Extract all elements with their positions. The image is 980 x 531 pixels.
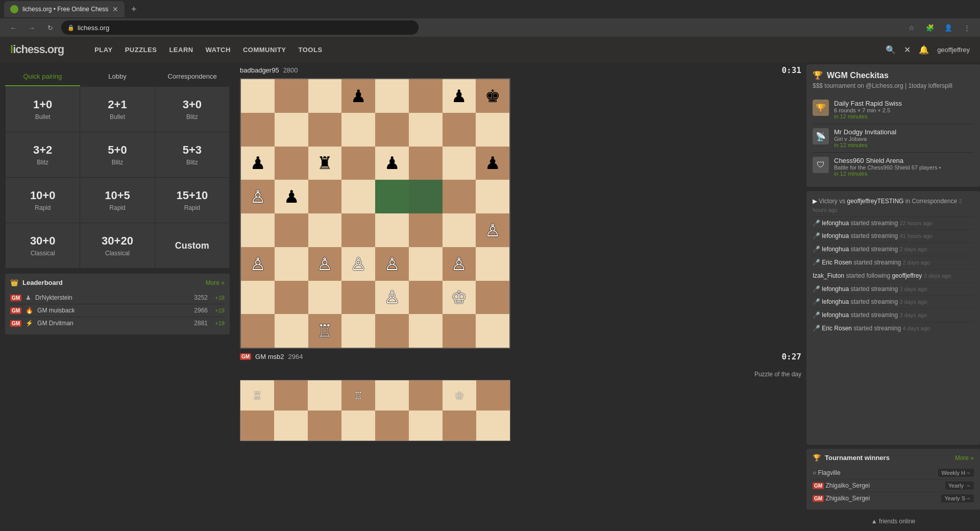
pairing-10-0[interactable]: 10+0Rapid — [6, 178, 80, 223]
square-2-1[interactable] — [275, 147, 308, 180]
square-3-7[interactable] — [476, 180, 509, 213]
square-0-4[interactable] — [375, 79, 409, 113]
nav-watch[interactable]: WATCH — [201, 43, 236, 57]
player-name-2[interactable]: GM muisback — [37, 307, 183, 314]
square-1-2[interactable] — [308, 113, 342, 147]
square-0-0[interactable] — [241, 79, 275, 113]
nav-community[interactable]: COMMUNITY — [238, 43, 291, 57]
pairing-30-20[interactable]: 30+20Classical — [80, 223, 154, 268]
leaderboard-more[interactable]: More » — [206, 279, 225, 286]
tab-close-button[interactable]: ✕ — [112, 5, 118, 13]
square-3-4[interactable] — [375, 180, 409, 213]
reload-button[interactable]: ↻ — [43, 20, 57, 35]
square-0-3[interactable]: ♟ — [341, 79, 375, 113]
square-5-1[interactable] — [275, 247, 308, 281]
square-3-3[interactable] — [341, 180, 375, 213]
square-6-4[interactable]: ♙ — [375, 281, 409, 315]
active-tab[interactable]: lichess.org • Free Online Chess ✕ — [4, 1, 125, 17]
square-2-3[interactable] — [341, 147, 375, 180]
square-4-2[interactable] — [308, 213, 342, 247]
pairing-5-3[interactable]: 5+3Blitz — [155, 132, 229, 177]
pairing-30-0[interactable]: 30+0Classical — [6, 223, 80, 268]
notification-icon[interactable]: 🔔 — [919, 45, 929, 55]
square-5-0[interactable]: ♙ — [241, 247, 275, 281]
square-3-0[interactable]: ♙ — [241, 180, 275, 213]
square-1-5[interactable] — [409, 113, 443, 147]
square-2-4[interactable]: ♟ — [375, 147, 409, 180]
pairing-15-10[interactable]: 15+10Rapid — [155, 178, 229, 223]
tournament-item-2[interactable]: 📡 Mr Dodgy Invitational Giri v Jobava in… — [813, 124, 974, 153]
square-6-5[interactable] — [409, 281, 443, 315]
square-5-2[interactable]: ♙ — [308, 247, 342, 281]
tab-lobby[interactable]: Lobby — [80, 67, 155, 86]
extensions-icon[interactable]: 🧩 — [923, 20, 937, 35]
square-7-0[interactable] — [241, 314, 275, 348]
menu-icon[interactable]: ⋮ — [960, 20, 974, 35]
square-1-0[interactable] — [241, 113, 275, 147]
winner-name-1[interactable]: ○ Flagville — [813, 469, 841, 476]
square-2-7[interactable]: ♟ — [476, 147, 509, 180]
username[interactable]: geoffjeffrey — [937, 46, 970, 54]
square-0-6[interactable]: ♟ — [443, 79, 476, 113]
square-7-1[interactable] — [275, 314, 308, 348]
bookmark-icon[interactable]: ☆ — [904, 20, 919, 35]
leaderboard-row-2[interactable]: GM 🔥 GM muisback 2966 +19 — [10, 304, 225, 317]
square-7-4[interactable] — [375, 314, 409, 348]
winner-name-2[interactable]: GM Zhigalko_Sergei — [813, 482, 870, 489]
square-7-3[interactable] — [341, 314, 375, 348]
logo[interactable]: lichess.org — [10, 43, 64, 56]
search-icon[interactable]: 🔍 — [886, 45, 896, 55]
square-5-4[interactable]: ♙ — [375, 247, 409, 281]
forward-button[interactable]: → — [24, 20, 39, 35]
profile-icon[interactable]: 👤 — [941, 20, 955, 35]
square-2-6[interactable] — [443, 147, 476, 180]
new-tab-button[interactable]: + — [127, 2, 141, 16]
square-4-6[interactable] — [443, 213, 476, 247]
square-6-7[interactable] — [476, 281, 509, 315]
square-5-7[interactable] — [476, 247, 509, 281]
nav-play[interactable]: PLAY — [89, 43, 117, 57]
pairing-custom[interactable]: Custom — [155, 223, 229, 268]
tournament-item-3[interactable]: 🛡 Chess960 Shield Arena Battle for the C… — [813, 153, 974, 181]
square-4-1[interactable] — [275, 213, 308, 247]
square-4-7[interactable]: ♙ — [476, 213, 509, 247]
square-5-5[interactable] — [409, 247, 443, 281]
back-button[interactable]: ← — [6, 20, 20, 35]
square-4-0[interactable] — [241, 213, 275, 247]
square-5-6[interactable]: ♙ — [443, 247, 476, 281]
square-3-2[interactable] — [308, 180, 342, 213]
square-6-1[interactable] — [275, 281, 308, 315]
square-2-0[interactable]: ♟ — [241, 147, 275, 180]
pairing-1-0[interactable]: 1+0Bullet — [6, 87, 80, 132]
square-1-3[interactable] — [341, 113, 375, 147]
pairing-3-2[interactable]: 3+2Blitz — [6, 132, 80, 177]
square-1-7[interactable] — [476, 113, 509, 147]
puzzle-board[interactable]: ♖♖♔ — [240, 380, 510, 441]
square-3-1[interactable]: ♟ — [275, 180, 308, 213]
square-1-4[interactable] — [375, 113, 409, 147]
tab-quick-pairing[interactable]: Quick pairing — [5, 67, 80, 86]
square-7-5[interactable] — [409, 314, 443, 348]
square-6-0[interactable] — [241, 281, 275, 315]
close-icon[interactable]: ✕ — [904, 45, 911, 55]
leaderboard-row-1[interactable]: GM ♟ DrNykterstein 3252 +18 — [10, 292, 225, 304]
url-bar[interactable]: 🔒 lichess.org — [61, 20, 419, 35]
square-3-6[interactable] — [443, 180, 476, 213]
square-3-5[interactable] — [409, 180, 443, 213]
player-name-1[interactable]: DrNykterstein — [35, 294, 183, 301]
tournament-item-1[interactable]: 🏆 Daily Fast Rapid Swiss 6 rounds × 7 mi… — [813, 95, 974, 124]
square-6-6[interactable]: ♔ — [443, 281, 476, 315]
square-0-5[interactable] — [409, 79, 443, 113]
square-0-2[interactable] — [308, 79, 342, 113]
square-4-4[interactable] — [375, 213, 409, 247]
leaderboard-row-3[interactable]: GM ⚡ GM Drvitman 2881 +19 — [10, 317, 225, 329]
pairing-5-0[interactable]: 5+0Blitz — [80, 132, 154, 177]
square-1-6[interactable] — [443, 113, 476, 147]
pairing-3-0-blitz[interactable]: 3+0Blitz — [155, 87, 229, 132]
square-2-2[interactable]: ♜ — [308, 147, 342, 180]
square-6-3[interactable] — [341, 281, 375, 315]
nav-puzzles[interactable]: PUZZLES — [120, 43, 162, 57]
square-2-5[interactable] — [409, 147, 443, 180]
winner-name-3[interactable]: GM Zhigalko_Sergei — [813, 495, 870, 502]
square-6-2[interactable] — [308, 281, 342, 315]
